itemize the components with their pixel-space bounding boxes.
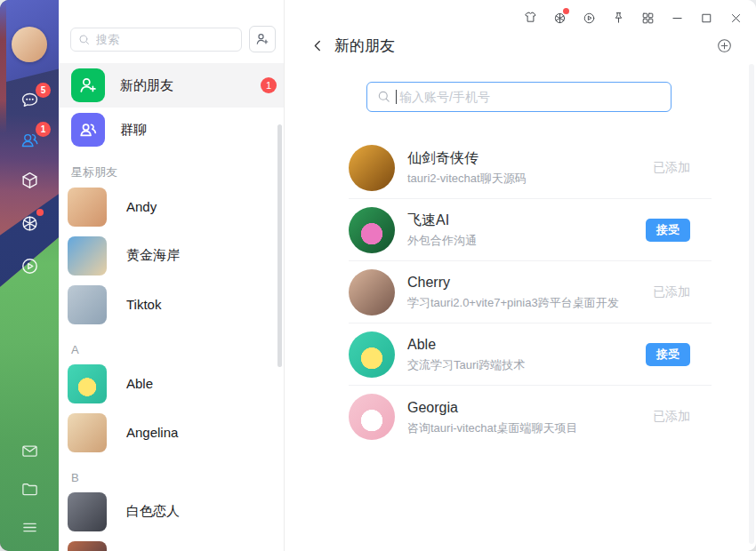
request-avatar xyxy=(349,269,395,315)
contact-name: Tiktok xyxy=(126,297,161,312)
contact-avatar xyxy=(68,236,107,276)
contact-name: Able xyxy=(126,376,153,391)
contacts-unread-badge: 1 xyxy=(36,122,51,137)
request-message: tauri2-vitechat聊天源码 xyxy=(407,170,653,187)
friend-search xyxy=(366,82,672,112)
nav-contacts-button[interactable]: 1 xyxy=(17,128,42,151)
friend-request-list: 仙剑奇侠传 tauri2-vitechat聊天源码 已添加 飞速AI 外包合作沟… xyxy=(349,137,712,448)
minimize-icon[interactable] xyxy=(663,5,692,30)
text-caret xyxy=(396,90,397,104)
add-new-friend-button[interactable] xyxy=(714,36,734,56)
files-button[interactable] xyxy=(17,477,42,500)
contact-row[interactable]: Blossom xyxy=(59,536,284,551)
contacts-search xyxy=(70,28,242,52)
friend-request-row: 仙剑奇侠传 tauri2-vitechat聊天源码 已添加 xyxy=(349,137,712,199)
entry-label: 新的朋友 xyxy=(120,77,261,94)
section-label: 星标朋友 xyxy=(71,163,284,182)
accept-button[interactable]: 接受 xyxy=(646,219,690,242)
contact-avatar xyxy=(68,541,107,551)
friend-search-input[interactable] xyxy=(366,82,672,112)
window-titlebar xyxy=(516,5,751,30)
request-name: Cherry xyxy=(407,273,653,292)
main-scrollbar[interactable] xyxy=(749,64,754,544)
contact-name: Angelina xyxy=(126,425,178,440)
added-status: 已添加 xyxy=(653,284,690,300)
aperture-icon[interactable] xyxy=(545,5,575,30)
contacts-entry[interactable]: 新的朋友 1 xyxy=(59,63,284,108)
contact-row[interactable]: Able xyxy=(59,359,284,408)
contact-avatar xyxy=(68,492,107,531)
search-icon xyxy=(376,89,391,104)
contact-name: 白色恋人 xyxy=(126,503,180,520)
mail-button[interactable] xyxy=(17,439,42,462)
play-circle-icon[interactable] xyxy=(575,5,604,30)
request-avatar xyxy=(349,331,395,378)
user-avatar[interactable] xyxy=(12,27,47,62)
contact-avatar xyxy=(68,413,107,452)
section-label: A xyxy=(71,339,284,359)
contact-row[interactable]: 黄金海岸 xyxy=(59,231,284,280)
entry-label: 群聊 xyxy=(120,122,277,139)
unread-badge: 1 xyxy=(261,77,277,93)
request-message: 学习tauri2.0+vite7+pinia3跨平台桌面开发 xyxy=(407,294,653,311)
friend-request-row: Able 交流学习Tauri跨端技术 接受 xyxy=(349,323,712,386)
contacts-search-input[interactable] xyxy=(70,28,242,52)
group-icon xyxy=(71,113,105,147)
friend-request-row: Cherry 学习tauri2.0+vite7+pinia3跨平台桌面开发 已添… xyxy=(349,261,712,323)
chats-unread-badge: 5 xyxy=(36,83,51,98)
nav-chats-button[interactable]: 5 xyxy=(17,89,42,112)
contact-avatar xyxy=(68,364,107,403)
contact-avatar xyxy=(68,285,107,324)
request-avatar xyxy=(349,145,395,191)
plugins-alert-dot xyxy=(36,209,44,216)
request-avatar xyxy=(349,207,395,253)
added-status: 已添加 xyxy=(653,409,690,425)
friend-request-row: Georgia 咨询tauri-vitechat桌面端聊天项目 已添加 xyxy=(349,386,712,448)
contact-row[interactable]: Angelina xyxy=(59,408,284,457)
nav-workspace-button[interactable] xyxy=(17,169,42,192)
contact-row[interactable]: Tiktok xyxy=(59,280,284,329)
add-friend-button[interactable] xyxy=(249,26,276,52)
contact-name: 黄金海岸 xyxy=(126,247,180,264)
contact-row[interactable]: 白色恋人 xyxy=(59,487,284,536)
back-button[interactable] xyxy=(308,36,327,56)
page-title: 新的朋友 xyxy=(334,36,395,56)
main-panel: 新的朋友 仙剑奇侠传 tauri2-vitechat聊天源码 已添加 飞速AI … xyxy=(285,0,756,551)
person-add-icon xyxy=(71,68,105,102)
request-message: 咨询tauri-vitechat桌面端聊天项目 xyxy=(407,419,653,436)
menu-button[interactable] xyxy=(17,515,42,539)
request-name: Able xyxy=(407,335,646,355)
contacts-scrollbar[interactable] xyxy=(277,124,282,367)
section-label: B xyxy=(71,467,284,487)
plus-circle-icon xyxy=(716,37,733,54)
aperture-alert-dot xyxy=(563,8,569,14)
search-icon xyxy=(77,33,91,46)
close-icon[interactable] xyxy=(721,5,751,30)
request-name: 飞速AI xyxy=(407,211,646,230)
contact-row[interactable]: Andy xyxy=(59,182,284,231)
nav-rail: 5 1 xyxy=(0,0,59,551)
app-window: 5 1 xyxy=(0,0,756,551)
accept-button[interactable]: 接受 xyxy=(646,343,690,366)
contact-name: Andy xyxy=(126,199,157,214)
pin-icon[interactable] xyxy=(604,5,633,30)
contacts-panel: 新的朋友 1 群聊 星标朋友 Andy 黄金海岸 Tiktok A Able A… xyxy=(59,0,285,551)
contact-avatar xyxy=(68,188,107,227)
request-name: 仙剑奇侠传 xyxy=(407,148,653,168)
nav-plugins-button[interactable] xyxy=(17,212,42,235)
person-add-icon xyxy=(254,31,270,47)
friend-request-row: 飞速AI 外包合作沟通 接受 xyxy=(349,199,712,261)
maximize-icon[interactable] xyxy=(692,5,721,30)
request-message: 交流学习Tauri跨端技术 xyxy=(407,356,646,373)
chevron-left-icon xyxy=(310,38,326,53)
request-name: Georgia xyxy=(407,398,653,418)
request-avatar xyxy=(349,394,395,440)
nav-media-button[interactable] xyxy=(17,254,42,277)
shirt-icon[interactable] xyxy=(516,5,545,30)
added-status: 已添加 xyxy=(653,160,690,176)
request-message: 外包合作沟通 xyxy=(407,232,646,249)
grid-layout-icon[interactable] xyxy=(633,5,663,30)
contacts-entry[interactable]: 群聊 xyxy=(59,108,284,152)
